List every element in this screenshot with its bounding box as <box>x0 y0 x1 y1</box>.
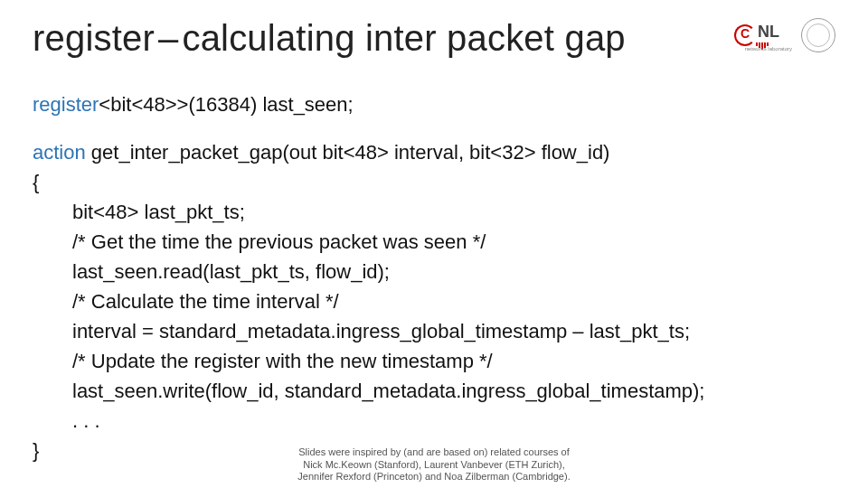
code-block: register<bit<48>>(16384) last_seen; acti… <box>33 89 835 465</box>
code-lbrace: { <box>33 167 835 197</box>
footer-line-2: Nick Mc.Keown (Stanford), Laurent Vanbev… <box>130 459 738 471</box>
code-line-5: interval = standard_metadata.ingress_glo… <box>33 316 835 346</box>
title-word-register: register <box>33 18 155 58</box>
title-rest: calculating inter packet gap <box>182 18 625 58</box>
logo-group: C NL networks laboratory <box>734 18 835 52</box>
logo-letters-nl: NL <box>758 23 779 42</box>
logo-seal-icon <box>801 18 835 52</box>
logo-cnl-icon: C NL networks laboratory <box>734 19 792 52</box>
code-line-6: /* Update the register with the new time… <box>33 346 835 376</box>
action-sig: get_inter_packet_gap(out bit<48> interva… <box>91 141 610 164</box>
code-line-1: bit<48> last_pkt_ts; <box>33 197 835 227</box>
keyword-action: action <box>33 141 91 164</box>
code-line-7: last_seen.write(flow_id, standard_metada… <box>33 376 835 406</box>
footer-credits: Slides were inspired by (and are based o… <box>130 446 738 483</box>
logo-subtext: networks laboratory <box>745 46 792 52</box>
title-row: register–calculating inter packet gap C … <box>33 18 835 59</box>
footer-line-1: Slides were inspired by (and are based o… <box>130 446 738 458</box>
code-decl: register<bit<48>>(16384) last_seen; <box>33 89 835 119</box>
code-action-sig: action get_inter_packet_gap(out bit<48> … <box>33 137 835 167</box>
keyword-register: register <box>33 93 99 116</box>
slide-title: register–calculating inter packet gap <box>33 18 626 59</box>
title-dash: – <box>155 18 182 59</box>
slide: register–calculating inter packet gap C … <box>0 0 868 488</box>
decl-rest: <bit<48>>(16384) last_seen; <box>99 93 353 116</box>
code-line-2: /* Get the time the previous packet was … <box>33 227 835 257</box>
code-line-4: /* Calculate the time interval */ <box>33 286 835 316</box>
code-line-8: . . . <box>33 406 835 436</box>
code-line-3: last_seen.read(last_pkt_ts, flow_id); <box>33 257 835 286</box>
logo-letter-c: C <box>741 26 750 41</box>
footer-line-3: Jennifer Rexford (Princeton) and Noa Zil… <box>130 471 738 483</box>
spacer <box>33 119 835 137</box>
